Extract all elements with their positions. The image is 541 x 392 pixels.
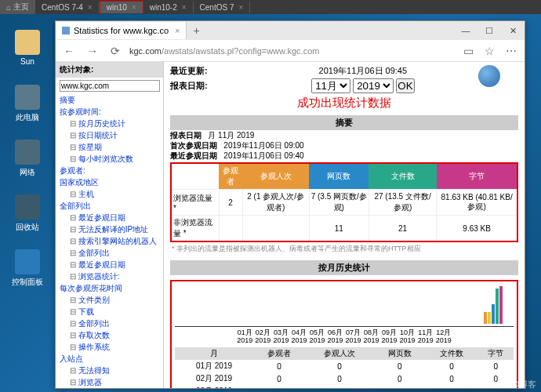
new-tab-button[interactable]: + <box>187 24 205 37</box>
sidebar-link[interactable]: 最近参观日期 <box>56 212 163 223</box>
bin-icon <box>15 194 40 220</box>
close-icon[interactable]: × <box>132 3 136 12</box>
sidebar-link[interactable]: 主机 <box>56 188 163 200</box>
report-date-label: 报表日期: <box>170 80 208 92</box>
close-button[interactable]: ✕ <box>501 22 525 39</box>
close-icon[interactable]: × <box>175 26 180 35</box>
sidebar-link[interactable]: 按月历史统计 <box>56 118 163 129</box>
address-bar[interactable]: kgc.com/awstats/awstats.pl?config=www.kg… <box>129 46 454 56</box>
table-row: 非浏览器流量 *11219.63 KB <box>171 216 517 242</box>
sidebar-link[interactable]: 操作系统 <box>56 341 163 353</box>
vm-tab-bar: ⌂主页 CentOS 7-4× win10× win10-2× CentOS 7… <box>0 0 541 14</box>
desktop-icon-thispc[interactable]: 此电脑 <box>8 85 47 123</box>
desktop-icon-recyclebin[interactable]: 回收站 <box>8 194 47 233</box>
desktop-icon-controlpanel[interactable]: 控制面板 <box>8 249 47 288</box>
vm-tab-centos74[interactable]: CentOS 7-4× <box>35 2 100 13</box>
desktop-icon-sun[interactable]: Sun <box>8 30 47 66</box>
month-chart <box>175 285 514 324</box>
browser-window: Statistics for www.kgc.co× + — ☐ ✕ ← → ⟳… <box>55 20 525 389</box>
sidebar-link[interactable]: 无法得知 <box>56 365 163 376</box>
back-button[interactable]: ← <box>60 45 78 57</box>
sidebar-link[interactable]: 全部列出 <box>56 200 163 212</box>
sidebar-link[interactable]: 按星期 <box>56 141 163 153</box>
history-table: 月参观者参观人次网页数文件数字节 01月 20190000002月 201900… <box>175 347 514 388</box>
sidebar: 统计对象: 摘要按参观时间:按月历史统计按日期统计按星期每小时浏览次数参观者:国… <box>56 62 164 388</box>
sidebar-link[interactable]: 搜索引擎网站的机器人 <box>56 235 163 247</box>
sidebar-link[interactable]: 存取次数 <box>56 329 163 341</box>
minimize-button[interactable]: — <box>454 22 477 39</box>
favicon-icon <box>62 27 70 34</box>
month-axis: 01月201902月201903月201904月201905月201906月20… <box>175 326 514 344</box>
month-history-title: 按月历史统计 <box>170 260 518 275</box>
browser-toolbar: ← → ⟳ kgc.com/awstats/awstats.pl?config=… <box>56 40 525 62</box>
sidebar-link[interactable]: 全部列出 <box>56 247 163 259</box>
stats-table: 参观者参观人次网页数文件数字节 浏览器流量 *22 (1 参观人次/参观者)7 … <box>170 162 518 242</box>
last-update-value: 2019年11月06日 09:45 <box>319 65 408 77</box>
pc-icon <box>15 85 40 110</box>
sidebar-link[interactable]: 全部列出 <box>56 318 163 329</box>
sidebar-link[interactable]: 入站点 <box>56 353 163 365</box>
star-icon[interactable]: ☆ <box>481 45 498 57</box>
folder-icon <box>15 30 40 55</box>
reading-icon[interactable]: ▭ <box>460 45 477 57</box>
last-update-label: 最近更新: <box>170 65 208 77</box>
sidebar-link[interactable]: 最近参观日期 <box>56 259 163 270</box>
table-row: 浏览器流量 *22 (1 参观人次/参观者)7 (3.5 网页数/参观)27 (… <box>171 190 517 216</box>
table-row: 03月 201900000 <box>175 385 514 388</box>
sidebar-link[interactable]: 无法反解译的IP地址 <box>56 223 163 235</box>
vm-home-tab[interactable]: ⌂主页 <box>0 0 35 14</box>
footnote: * 非列出的流量是指被探测出机器人、病毒或者等产生的流量和寻常的HTTP相应 <box>170 242 518 256</box>
sidebar-link[interactable]: 浏览器 <box>56 376 163 388</box>
home-icon: ⌂ <box>6 3 11 12</box>
sidebar-link[interactable]: 每小时浏览次数 <box>56 153 163 165</box>
sidebar-link[interactable]: 下载 <box>56 306 163 318</box>
sidebar-link[interactable]: 浏览器统计: <box>56 270 163 282</box>
sidebar-link[interactable]: 国家或地区 <box>56 176 163 188</box>
vm-tab-win10[interactable]: win10× <box>100 1 143 13</box>
sidebar-header: 统计对象: <box>56 62 163 78</box>
main-panel: 最近更新:2019年11月06日 09:45 报表日期: 11月 2019 OK… <box>164 62 525 388</box>
sidebar-link[interactable]: 每次参观所花时间 <box>56 282 163 294</box>
summary-title: 摘要 <box>170 115 518 130</box>
sidebar-link[interactable]: 摘要 <box>56 94 163 106</box>
month-select[interactable]: 11月 <box>311 78 350 93</box>
watermark: ©51CTO博客 <box>485 379 536 390</box>
sidebar-link[interactable]: 文件类别 <box>56 294 163 306</box>
success-banner: 成功出现统计数据 <box>170 96 518 111</box>
browser-tab-bar: Statistics for www.kgc.co× + — ☐ ✕ <box>56 21 525 40</box>
forward-button[interactable]: → <box>84 45 101 57</box>
table-row: 01月 201900000 <box>175 360 514 372</box>
control-icon <box>15 249 40 274</box>
sidebar-link[interactable]: 按日期统计 <box>56 129 163 141</box>
domain-input[interactable] <box>60 80 160 92</box>
desktop-icon-network[interactable]: 网络 <box>8 140 47 178</box>
vm-tab-centos7[interactable]: CentOS 7× <box>194 2 251 13</box>
maximize-button[interactable]: ☐ <box>477 22 501 39</box>
menu-icon[interactable]: ⋯ <box>503 45 520 57</box>
vm-tab-win10-2[interactable]: win10-2× <box>143 2 194 13</box>
sidebar-link[interactable]: 参观者: <box>56 165 163 176</box>
month-history-section: 01月201902月201903月201904月201905月201906月20… <box>170 280 518 388</box>
desktop: Sun 此电脑 网络 回收站 控制面板 Statistics for www.k… <box>0 14 541 392</box>
close-icon[interactable]: × <box>238 3 243 12</box>
close-icon[interactable]: × <box>88 3 93 12</box>
sidebar-link[interactable]: 按参观时间: <box>56 106 163 118</box>
globe-logo <box>467 65 510 96</box>
year-select[interactable]: 2019 <box>353 78 394 93</box>
browser-tab[interactable]: Statistics for www.kgc.co× <box>56 22 187 39</box>
close-icon[interactable]: × <box>182 3 187 12</box>
network-icon <box>15 140 40 165</box>
browser-content: 统计对象: 摘要按参观时间:按月历史统计按日期统计按星期每小时浏览次数参观者:国… <box>56 62 525 388</box>
refresh-button[interactable]: ⟳ <box>107 45 123 57</box>
table-row: 02月 201900000 <box>175 372 514 385</box>
ok-button[interactable]: OK <box>396 78 414 93</box>
